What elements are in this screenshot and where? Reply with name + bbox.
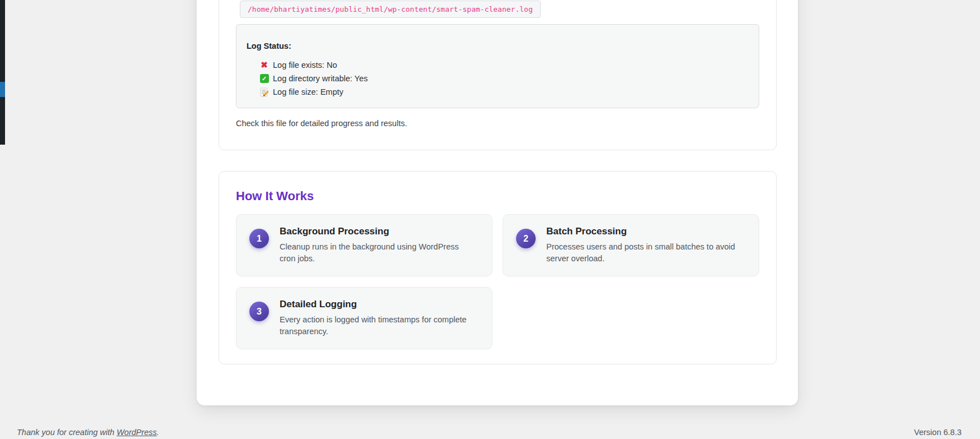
footer-thanks-text: Thank you for creating with xyxy=(17,428,117,437)
step-title: Background Processing xyxy=(280,225,473,238)
admin-menu-active-indicator xyxy=(0,82,5,97)
step-title: Batch Processing xyxy=(546,225,740,238)
plugin-page-container: /home/bhartiyatimes/public_html/wp-conte… xyxy=(197,0,798,405)
step-description: Cleanup runs in the background using Wor… xyxy=(280,241,473,265)
step-text: Background Processing Cleanup runs in th… xyxy=(280,225,473,267)
log-status-card: /home/bhartiyatimes/public_html/wp-conte… xyxy=(219,0,777,150)
step-text: Detailed Logging Every action is logged … xyxy=(280,298,473,340)
step-description: Every action is logged with timestamps f… xyxy=(280,314,473,338)
log-file-path: /home/bhartiyatimes/public_html/wp-conte… xyxy=(240,1,541,18)
how-it-works-card: How It Works 1 Background Processing Cle… xyxy=(219,171,777,364)
log-hint-text: Check this file for detailed progress an… xyxy=(236,118,407,129)
wordpress-link[interactable]: WordPress xyxy=(117,428,157,437)
cross-mark-icon xyxy=(259,61,270,70)
how-it-works-grid: 1 Background Processing Cleanup runs in … xyxy=(236,214,759,349)
step-title: Detailed Logging xyxy=(280,298,473,311)
status-row-file-exists: Log file exists: No xyxy=(259,58,749,72)
step-description: Processes users and posts in small batch… xyxy=(546,241,740,265)
step-item-batch-processing: 2 Batch Processing Processes users and p… xyxy=(503,214,759,276)
log-status-panel: Log Status: Log file exists: No Log dire… xyxy=(236,24,759,108)
status-label: Log file exists: No xyxy=(273,61,337,70)
status-label: Log directory writable: Yes xyxy=(273,74,368,83)
status-label: Log file size: Empty xyxy=(273,87,343,96)
step-item-background-processing: 1 Background Processing Cleanup runs in … xyxy=(236,214,493,276)
wp-version-label: Version 6.8.3 xyxy=(914,427,962,438)
status-row-file-size: Log file size: Empty xyxy=(259,85,749,99)
admin-menu-strip xyxy=(0,0,5,145)
step-number-badge: 3 xyxy=(249,302,269,321)
how-it-works-heading: How It Works xyxy=(236,188,759,204)
memo-icon xyxy=(259,87,270,97)
step-number-badge: 1 xyxy=(249,229,269,248)
log-status-title: Log Status: xyxy=(247,41,749,51)
footer-thanks-period: . xyxy=(157,428,159,437)
step-text: Batch Processing Processes users and pos… xyxy=(546,225,740,267)
check-mark-icon xyxy=(259,74,270,84)
step-item-detailed-logging: 3 Detailed Logging Every action is logge… xyxy=(236,287,493,349)
step-number-badge: 2 xyxy=(516,229,536,248)
status-row-dir-writable: Log directory writable: Yes xyxy=(259,72,749,85)
footer-thanks: Thank you for creating with WordPress. xyxy=(17,427,159,438)
